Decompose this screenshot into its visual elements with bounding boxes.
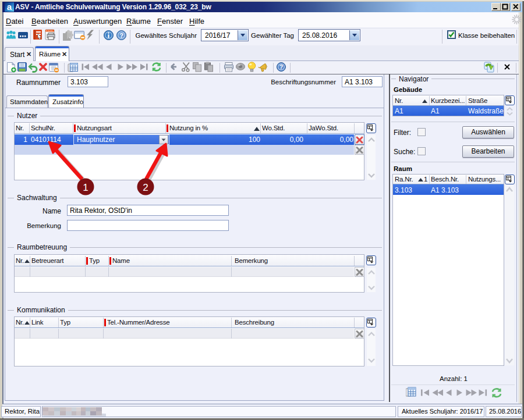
- svg-text:1: 1: [83, 182, 88, 193]
- svg-text:?: ?: [119, 32, 123, 39]
- svg-text:2: 2: [143, 182, 148, 193]
- svg-text:?: ?: [279, 63, 283, 70]
